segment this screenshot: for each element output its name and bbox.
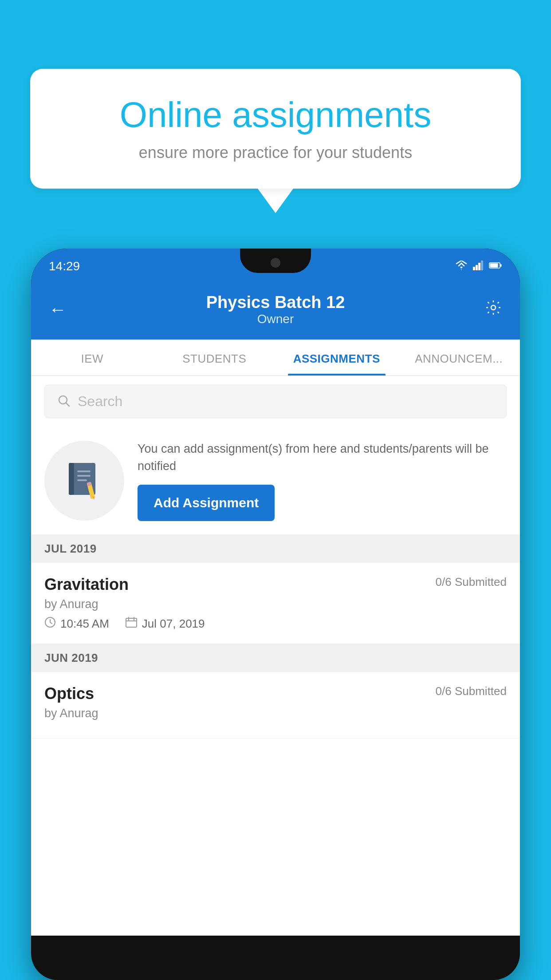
phone-frame: 14:29 [31,249,520,980]
back-button[interactable]: ← [49,300,67,320]
notch [240,249,311,273]
svg-rect-12 [77,470,91,472]
status-time: 14:29 [49,259,80,273]
status-bar: 14:29 [31,249,520,284]
promo-content: You can add assignment(s) from here and … [138,440,507,521]
speech-bubble-subtitle: ensure more practice for your students [61,143,490,162]
svg-rect-5 [490,264,498,268]
svg-point-7 [491,305,496,310]
notebook-icon [67,461,102,501]
promo-section: You can add assignment(s) from here and … [31,427,520,535]
speech-bubble-arrow [258,189,293,213]
assignment-item-gravitation[interactable]: Gravitation 0/6 Submitted by Anurag 10:4… [31,563,520,644]
assignment-meta: 10:45 AM Jul 07, 2019 [44,616,507,631]
signal-icon [473,261,484,272]
assignment-icon-circle [44,441,124,521]
svg-rect-13 [77,475,91,477]
svg-rect-3 [481,261,483,270]
header-title-group: Physics Batch 12 Owner [206,293,345,326]
assignment-name-optics: Optics [44,684,94,703]
svg-line-20 [50,622,52,624]
svg-rect-11 [69,463,74,495]
search-bar-container: Search [31,376,520,427]
promo-description: You can add assignment(s) from here and … [138,440,507,475]
tab-iew[interactable]: IEW [31,340,153,375]
tab-bar: IEW STUDENTS ASSIGNMENTS ANNOUNCEM... [31,340,520,376]
assignment-top-row: Gravitation 0/6 Submitted [44,575,507,594]
time-value: 10:45 AM [60,617,109,631]
svg-rect-0 [473,267,475,270]
assignment-date: Jul 07, 2019 [125,616,205,631]
svg-rect-2 [478,263,480,270]
speech-bubble-section: Online assignments ensure more practice … [30,69,521,213]
page-subtitle: Owner [206,312,345,326]
search-bar[interactable]: Search [44,385,507,418]
assignment-author-optics: by Anurag [44,707,507,720]
svg-rect-1 [476,265,478,270]
assignment-author: by Anurag [44,597,507,611]
assignment-submitted-optics: 0/6 Submitted [436,684,507,698]
page-title: Physics Batch 12 [206,293,345,312]
app-header: ← Physics Batch 12 Owner [31,284,520,340]
phone-screen: ← Physics Batch 12 Owner IEW STUDENTS AS… [31,284,520,936]
status-icons [455,261,502,272]
svg-rect-21 [126,618,137,627]
assignment-time: 10:45 AM [44,616,109,631]
assignment-name: Gravitation [44,575,129,594]
search-placeholder: Search [78,393,122,410]
svg-line-9 [66,403,70,406]
wifi-icon [455,261,468,272]
speech-bubble-title: Online assignments [61,95,490,134]
svg-rect-6 [500,264,502,267]
svg-rect-14 [77,479,87,481]
settings-button[interactable] [484,299,502,320]
camera [271,258,280,268]
assignment-item-optics[interactable]: Optics 0/6 Submitted by Anurag [31,672,520,739]
section-header-jun: JUN 2019 [31,644,520,672]
clock-icon [44,616,56,631]
tab-announcements[interactable]: ANNOUNCEM... [398,340,520,375]
date-value: Jul 07, 2019 [142,617,205,631]
search-icon [57,394,71,409]
tab-assignments[interactable]: ASSIGNMENTS [276,340,398,375]
speech-bubble: Online assignments ensure more practice … [30,69,521,189]
assignment-top-row-optics: Optics 0/6 Submitted [44,684,507,703]
calendar-icon [125,616,138,631]
tab-students[interactable]: STUDENTS [153,340,276,375]
add-assignment-button[interactable]: Add Assignment [138,485,275,521]
battery-icon [489,261,502,271]
assignment-submitted: 0/6 Submitted [436,575,507,589]
section-header-jul: JUL 2019 [31,535,520,563]
